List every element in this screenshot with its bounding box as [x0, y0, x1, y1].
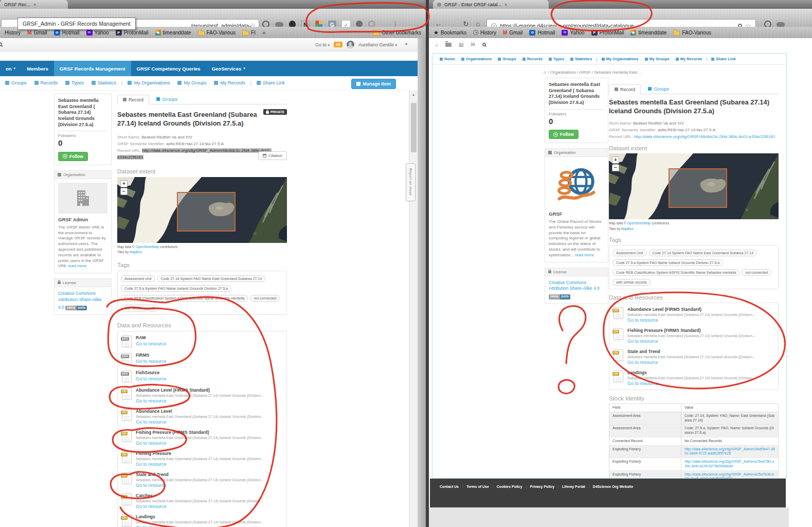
navbar-item[interactable]: GRSF Records Management — [54, 61, 131, 76]
resource-title[interactable]: RAM — [136, 335, 167, 340]
scrollbar-up-icon[interactable]: ▲ — [409, 91, 418, 96]
bookmark-item[interactable]: Yahoo — [562, 30, 584, 36]
value-cell[interactable]: http://data.d4science.org/ctlg/GRSF_Admi… — [681, 458, 778, 470]
go-to-resource-link[interactable]: Go to resource — [136, 359, 167, 364]
navbar-item[interactable]: My Groups — [645, 57, 670, 61]
resource-title[interactable]: FIRMS — [136, 353, 167, 358]
bookmark-item[interactable]: timeanddate — [155, 30, 191, 36]
osm-link[interactable]: OpenStreetMap — [627, 221, 651, 225]
resource-title[interactable]: State and Trend — [136, 472, 264, 477]
map-zoom-out[interactable]: − — [612, 164, 619, 171]
tag-pill[interactable]: not connected — [250, 295, 280, 302]
page-tool-icon[interactable]: ▤ — [459, 42, 463, 47]
go-to-resource-link[interactable]: Go to resource — [136, 419, 264, 425]
bookmark-item[interactable]: Gmail — [503, 30, 522, 36]
navbar-item[interactable]: GeoServices▾ — [206, 61, 251, 76]
go-to-resource-link[interactable]: Go to resource — [136, 504, 264, 509]
follow-button[interactable]: +Follow — [549, 130, 579, 139]
tag-pill[interactable]: not connected — [742, 269, 771, 276]
bookmark-item[interactable]: Hotmail — [54, 30, 80, 36]
notification-badge[interactable]: 20 — [334, 42, 342, 47]
tag-pill[interactable]: with similar records — [121, 305, 159, 311]
value-cell[interactable]: No Connected Records — [681, 437, 778, 445]
left-browser-tab[interactable]: GRSF Rec... × — [0, 0, 68, 9]
navbar-item[interactable]: Share Link — [711, 57, 735, 61]
map-zoom-in[interactable]: + — [120, 180, 128, 187]
toolbar-item[interactable]: My Organisations — [128, 80, 170, 85]
toolbar-item[interactable]: Records — [34, 80, 58, 85]
navbar-item[interactable]: | — [706, 57, 707, 61]
tag-pill[interactable]: Code 27.5.a System FAO Name Iceland Grou… — [612, 259, 723, 266]
organisation-name[interactable]: GRSF Admin — [58, 217, 107, 223]
resource-title[interactable]: FishSource — [136, 370, 167, 375]
toolbar-item[interactable]: My Records — [214, 80, 245, 85]
tag-pill[interactable]: Code REB Classification System ASFIS Sci… — [121, 295, 248, 302]
page-tool-icon[interactable] — [482, 43, 486, 46]
go-to-resource-link[interactable]: Go to resource — [627, 339, 755, 344]
go-to-resource-link[interactable]: Go to resource — [136, 398, 264, 403]
navbar-item[interactable]: Records — [522, 57, 543, 61]
page-tool-icon[interactable] — [445, 43, 452, 47]
go-to-resource-link[interactable]: Go to resource — [136, 483, 264, 488]
bookmarks-overflow-chevron[interactable]: » — [262, 29, 265, 36]
dataset-extent-map[interactable]: + − — [609, 153, 779, 219]
resource-title[interactable]: Catches — [136, 493, 264, 498]
navbar-item[interactable]: GRSF Competency Queries — [131, 61, 206, 76]
portal-search-icon[interactable] — [0, 42, 2, 46]
bookmark-item[interactable]: History — [473, 30, 496, 36]
bookmark-item[interactable]: ProtonMail — [591, 30, 624, 36]
bookmark-item[interactable]: timeanddate — [630, 30, 666, 36]
read-more-link[interactable]: read more — [575, 253, 593, 257]
bookmark-item[interactable]: FAO-Various — [198, 30, 236, 36]
left-scrollbar[interactable]: ▲ — [409, 91, 418, 527]
read-more-link[interactable]: read more — [68, 264, 86, 268]
navbar-item[interactable]: Groups — [498, 57, 516, 61]
bookmark-item[interactable]: Gmail — [27, 30, 47, 36]
footer-link[interactable]: D4Science Org Website — [589, 485, 637, 488]
bookmark-item[interactable]: Yahoo — [86, 30, 109, 36]
bookmark-item[interactable]: Hotmail — [529, 30, 555, 36]
license-link[interactable]: Creative Commons Attribution Share-Alike… — [549, 280, 600, 291]
bookmark-item[interactable]: FI — [242, 30, 256, 36]
resource-title[interactable]: State and Trend — [627, 349, 755, 354]
toolbar-item[interactable]: | — [121, 80, 122, 85]
navbar-item[interactable]: on▾ — [0, 61, 21, 76]
tag-pill[interactable]: Code 27.14 System FAO Name East Greenlan… — [649, 250, 757, 256]
tab-groups[interactable]: Groups — [643, 84, 674, 94]
bookmark-item[interactable]: ProtonMail — [116, 30, 149, 36]
page-tool-icon[interactable]: ⌂ — [435, 42, 438, 47]
toolbar-item[interactable]: Share Link — [257, 80, 285, 85]
value-cell[interactable]: Code: 27.5.a, System: FAO, Name: Iceland… — [681, 425, 778, 437]
toolbar-item[interactable]: Groups — [5, 80, 27, 85]
navbar-item[interactable]: Types — [549, 57, 564, 61]
footer-link[interactable]: Cookies Policy — [493, 485, 527, 488]
tab-close-icon[interactable]: × — [33, 2, 36, 7]
value-cell[interactable]: http://data.d4science.org/ctlg/GRSF_Admi… — [681, 446, 778, 458]
go-to-menu[interactable]: Go to ▾ — [315, 42, 330, 47]
resource-title[interactable]: Abundance Level (FIRMS Standard) — [136, 388, 264, 393]
go-to-resource-link[interactable]: Go to resource — [627, 318, 755, 323]
report-issue-button[interactable]: Report an issue — [406, 163, 416, 201]
footer-link[interactable]: Terms of Use — [463, 485, 493, 488]
go-to-resource-link[interactable]: Go to resource — [627, 381, 755, 386]
organisation-name[interactable]: GRSF — [549, 211, 604, 218]
navbar-item[interactable]: Organisations — [461, 57, 492, 61]
right-browser-tab[interactable]: GRSF - Enter GRSF catal... × — [433, 0, 549, 9]
resource-title[interactable]: Landings — [627, 370, 755, 375]
other-bookmarks-folder[interactable]: Other bookmarks — [373, 30, 421, 36]
tag-pill[interactable]: Code REB Classification System ASFIS Sci… — [612, 269, 739, 276]
resource-title[interactable]: Fishing Pressure (FIRMS Standard) — [627, 328, 755, 333]
bookmark-item[interactable]: History — [5, 30, 21, 36]
bookmarks-menu[interactable]: ★Bookmarks — [434, 29, 466, 36]
toolbar-item[interactable]: My Groups — [177, 80, 206, 85]
go-to-resource-link[interactable]: Go to resource — [136, 376, 167, 381]
tag-pill[interactable]: Assessment Unit — [121, 275, 155, 282]
resource-title[interactable]: Fishing Pressure (FIRMS Standard) — [136, 430, 264, 435]
organisation-logo[interactable] — [58, 183, 107, 214]
manage-item-button[interactable]: Manage Item — [351, 79, 396, 89]
osm-link[interactable]: OpenStreetMap — [136, 245, 159, 249]
bookmark-item[interactable]: FAO-Various — [673, 30, 711, 36]
navbar-item[interactable]: My Organisations — [602, 57, 639, 61]
navbar-item[interactable]: My Records — [676, 57, 702, 61]
tag-pill[interactable]: Code 27.5.a System FAO Name Iceland Grou… — [121, 285, 231, 292]
